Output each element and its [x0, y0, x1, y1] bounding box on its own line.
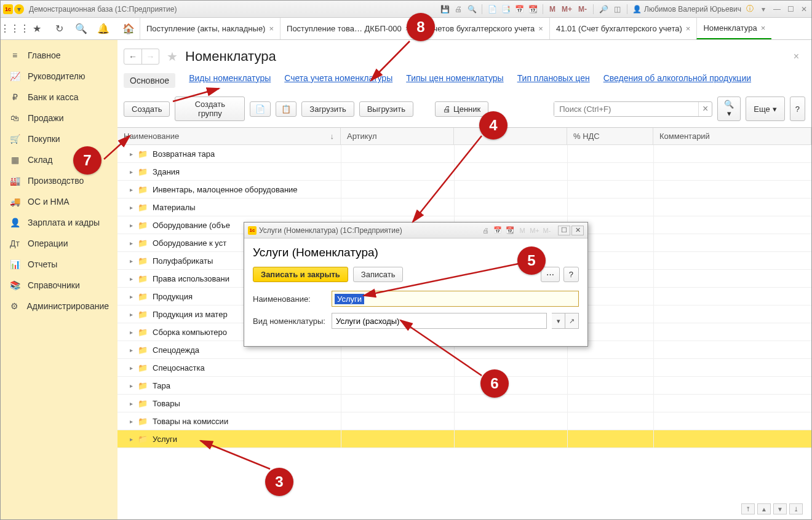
- tab-2[interactable]: н счетов бухгалтерского учета×: [416, 18, 549, 39]
- nav-down-button[interactable]: ▼: [773, 503, 787, 514]
- kind-dropdown-button[interactable]: ▾: [552, 313, 565, 329]
- expand-icon[interactable]: ▸: [130, 293, 133, 300]
- column-article[interactable]: Артикул: [341, 128, 454, 144]
- expand-icon[interactable]: ▸: [130, 364, 133, 371]
- column-comment[interactable]: Комментарий: [653, 128, 811, 144]
- expand-icon[interactable]: ▸: [130, 436, 133, 443]
- sidebar-item-8[interactable]: 👤Зарплата и кадры: [1, 212, 117, 233]
- copy-button[interactable]: 📄: [250, 101, 271, 117]
- kind-open-button[interactable]: ↗: [565, 313, 579, 329]
- tab-close-icon[interactable]: ×: [686, 24, 691, 33]
- price-tags-button[interactable]: 🖨 Ценник: [435, 101, 488, 117]
- expand-icon[interactable]: ▸: [130, 258, 133, 264]
- tab-1[interactable]: Поступление това… ДКБП-000×: [280, 18, 416, 39]
- column-empty[interactable]: [454, 128, 567, 144]
- preview-icon[interactable]: 🔍: [467, 4, 477, 14]
- table-row[interactable]: ▸📁Товары: [117, 395, 811, 412]
- dialog-calendar-icon[interactable]: 📅: [493, 226, 503, 235]
- help-button[interactable]: ?: [790, 97, 805, 121]
- create-button[interactable]: Создать: [124, 101, 170, 117]
- name-field[interactable]: Услуги: [332, 291, 579, 307]
- table-row[interactable]: ▸📁Возвратная тара: [117, 145, 811, 163]
- compare-icon[interactable]: 📑: [501, 4, 511, 14]
- dialog-maximize-icon[interactable]: ☐: [558, 226, 570, 235]
- page-close-icon[interactable]: ×: [794, 51, 799, 62]
- panel-icon[interactable]: ◫: [612, 4, 622, 14]
- user-badge[interactable]: 👤 Любимов Валерий Юрьевич: [632, 5, 741, 14]
- minimize-icon[interactable]: —: [772, 4, 782, 14]
- tab-close-icon[interactable]: ×: [538, 24, 543, 33]
- zoom-icon[interactable]: 🔎: [599, 4, 608, 14]
- expand-icon[interactable]: ▸: [130, 168, 133, 175]
- unload-button[interactable]: Выгрузить: [359, 101, 413, 117]
- dialog-help-button[interactable]: ?: [563, 267, 579, 282]
- expand-icon[interactable]: ▸: [130, 329, 133, 336]
- more-button[interactable]: Еще ▾: [746, 97, 784, 121]
- sidebar-item-12[interactable]: ⚙Администрирование: [1, 296, 117, 317]
- expand-icon[interactable]: ▸: [130, 204, 133, 211]
- expand-icon[interactable]: ▸: [130, 275, 133, 282]
- sidebar-item-11[interactable]: 📚Справочники: [1, 275, 117, 296]
- m-plus-button[interactable]: M+: [560, 5, 573, 14]
- m-button[interactable]: M: [548, 5, 557, 14]
- search-icon[interactable]: 🔍: [76, 23, 87, 34]
- tab-close-icon[interactable]: ×: [269, 24, 274, 33]
- print-icon[interactable]: 🖨: [453, 4, 463, 14]
- subnav-item-0[interactable]: Основное: [124, 73, 175, 88]
- column-nds[interactable]: % НДС: [567, 128, 653, 144]
- m-minus-button[interactable]: M-: [577, 5, 588, 14]
- sidebar-item-3[interactable]: 🛍Продажи: [1, 108, 117, 128]
- home-icon[interactable]: 🏠: [117, 18, 140, 39]
- dialog-calendar31-icon[interactable]: 📆: [505, 226, 515, 235]
- dropdown-icon[interactable]: ▾: [758, 4, 768, 14]
- expand-icon[interactable]: ▸: [130, 222, 133, 229]
- expand-icon[interactable]: ▸: [130, 418, 133, 425]
- expand-icon[interactable]: ▸: [130, 347, 133, 353]
- expand-icon[interactable]: ▸: [130, 382, 133, 389]
- sidebar-item-4[interactable]: 🛒Покупки: [1, 128, 117, 149]
- tab-3[interactable]: 41.01 (Счет бухгалтерского учета)×: [549, 18, 696, 39]
- table-row[interactable]: ▸📁Спецоснастка: [117, 359, 811, 377]
- calendar31-icon[interactable]: 📆: [528, 4, 538, 14]
- nav-up-button[interactable]: ▲: [757, 503, 771, 514]
- sidebar-item-10[interactable]: 📊Отчеты: [1, 254, 117, 275]
- back-button[interactable]: ←: [124, 49, 141, 64]
- save-close-button[interactable]: Записать и закрыть: [253, 267, 348, 282]
- subnav-item-1[interactable]: Виды номенклатуры: [189, 73, 271, 88]
- history-icon[interactable]: ↻: [54, 23, 65, 34]
- save-icon[interactable]: 💾: [440, 4, 450, 14]
- star-icon[interactable]: ★: [31, 23, 42, 34]
- subnav-item-5[interactable]: Сведения об алкогольной продукции: [603, 73, 751, 88]
- expand-icon[interactable]: ▸: [130, 400, 133, 407]
- tab-4[interactable]: Номенклатура×: [696, 18, 771, 39]
- maximize-icon[interactable]: ☐: [786, 4, 795, 14]
- apps-icon[interactable]: ⋮⋮⋮: [9, 23, 20, 34]
- calendar-icon[interactable]: 📅: [514, 4, 524, 14]
- expand-icon[interactable]: ▸: [130, 151, 133, 157]
- table-row[interactable]: ▸📁Товары на комиссии: [117, 412, 811, 430]
- sidebar-item-1[interactable]: 📈Руководителю: [1, 66, 117, 87]
- dialog-more-button[interactable]: ⋯: [541, 267, 560, 282]
- subnav-item-2[interactable]: Счета учета номенклатуры: [284, 73, 392, 88]
- search-input[interactable]: [554, 102, 698, 116]
- table-row[interactable]: ▸📁Здания: [117, 163, 811, 181]
- create-group-button[interactable]: Создать группу: [175, 97, 245, 121]
- table-row[interactable]: ▸📁Услуги: [117, 430, 811, 448]
- table-row[interactable]: ▸📁Тара: [117, 377, 811, 395]
- load-button[interactable]: Загрузить: [301, 101, 354, 117]
- close-icon[interactable]: ✕: [799, 4, 809, 14]
- bell-icon[interactable]: 🔔: [98, 23, 109, 34]
- tab-0[interactable]: Поступление (акты, накладные)×: [140, 18, 280, 39]
- expand-icon[interactable]: ▸: [130, 311, 133, 318]
- nav-top-button[interactable]: ⤒: [741, 503, 755, 514]
- kind-field[interactable]: Услуги (расходы): [332, 313, 547, 329]
- dialog-print-icon[interactable]: 🖨: [480, 226, 490, 235]
- table-row[interactable]: ▸📁Инвентарь, малоценное оборудование: [117, 181, 811, 199]
- doc-icon[interactable]: 📄: [487, 4, 497, 14]
- nav-bottom-button[interactable]: ⤓: [789, 503, 803, 514]
- sidebar-item-0[interactable]: ≡Главное: [1, 45, 117, 66]
- sidebar-item-7[interactable]: 🚚ОС и НМА: [1, 191, 117, 212]
- sidebar-item-9[interactable]: ДтОперации: [1, 233, 117, 254]
- column-name[interactable]: Наименование↓: [117, 128, 341, 144]
- list-button[interactable]: 📋: [276, 101, 297, 117]
